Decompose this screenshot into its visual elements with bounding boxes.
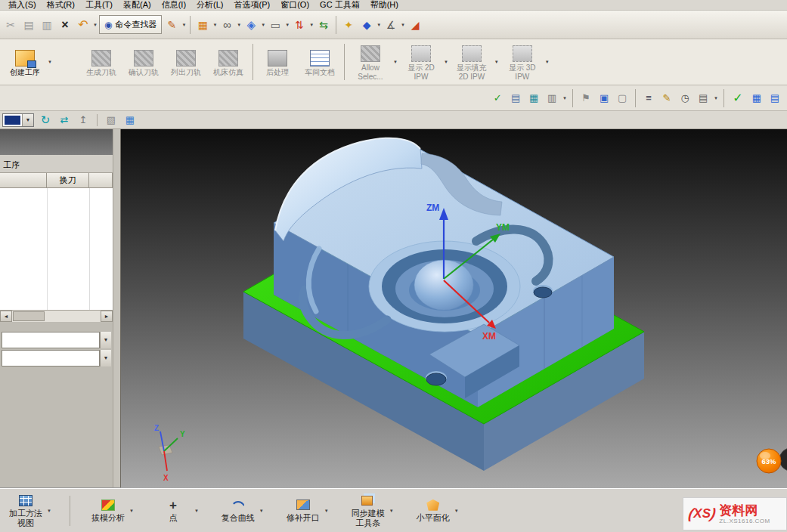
menu-window[interactable]: 窗口(O)	[275, 0, 314, 11]
show-hide-icon[interactable]: ∞	[218, 17, 235, 33]
sheet-dropdown[interactable]	[562, 96, 567, 101]
display-mode-icon[interactable]: ▭	[267, 17, 284, 33]
paste-icon[interactable]: ▥	[39, 17, 55, 33]
solid-body-icon[interactable]: ▦	[122, 113, 138, 128]
column-header-spare[interactable]	[89, 173, 113, 188]
table-view-icon[interactable]: ▤	[767, 91, 782, 106]
undo-dropdown[interactable]	[93, 23, 98, 27]
edit-list-icon[interactable]: ✎	[659, 91, 674, 106]
refresh-icon[interactable]: ↻	[38, 113, 53, 128]
key-icon[interactable]: ✦	[340, 17, 357, 33]
brush-icon[interactable]: ✎	[163, 17, 180, 33]
delete-icon[interactable]: ×	[57, 17, 73, 33]
patch-opening-button[interactable]: 修补开口	[284, 498, 323, 522]
grid-dropdown[interactable]	[212, 23, 217, 27]
menu-tools[interactable]: 工具(T)	[80, 0, 118, 11]
report-dropdown[interactable]	[714, 96, 718, 101]
list-toolpath-button[interactable]: 列出刀轨	[166, 48, 206, 76]
show-2d-ipw-dropdown[interactable]	[444, 60, 448, 64]
menu-preferences[interactable]: 首选项(P)	[229, 0, 276, 11]
approve-icon[interactable]: ✓	[730, 90, 746, 107]
report-icon[interactable]: ▤	[696, 91, 711, 106]
machining-method-view-button[interactable]: 加工方法视图	[6, 493, 45, 527]
selection-scope-combo[interactable]	[2, 113, 34, 127]
graphics-viewport[interactable]: ZM YM XM Z Y X	[121, 129, 787, 488]
allow-select-button[interactable]: AllowSelec...	[349, 43, 392, 80]
show-2d-ipw-button[interactable]: 显示 2DIPW	[399, 43, 443, 80]
combo-arrow[interactable]	[100, 350, 111, 367]
combo-arrow[interactable]	[22, 114, 33, 126]
menu-information[interactable]: 信息(I)	[156, 0, 191, 11]
facet-body-dropdown[interactable]	[454, 509, 459, 513]
grid-view-icon[interactable]: ▦	[749, 91, 764, 106]
synchronous-modeling-dropdown[interactable]	[389, 509, 394, 513]
undo-icon[interactable]: ↶	[75, 17, 91, 33]
scroll-right-button[interactable]	[101, 311, 113, 322]
combo-field[interactable]	[2, 350, 100, 367]
menu-analysis[interactable]: 分析(L)	[191, 0, 228, 11]
scrollbar-track[interactable]	[12, 311, 101, 322]
synchronous-modeling-button[interactable]: 同步建模工具条	[349, 493, 388, 527]
layers-icon[interactable]: ▦	[526, 91, 541, 106]
view-cube-dropdown[interactable]	[261, 23, 265, 27]
command-finder[interactable]: ◉ 命令查找器	[99, 15, 162, 34]
navigator-filter-combo-1[interactable]	[2, 332, 111, 348]
up-one-level-icon[interactable]: ↥	[76, 113, 91, 128]
swap-icon[interactable]: ⇄	[57, 113, 72, 128]
machine-simulation-button[interactable]: 机床仿真	[208, 48, 249, 76]
point-button[interactable]: + 点	[153, 498, 193, 522]
combo-arrow[interactable]	[100, 332, 111, 348]
navigator-filter-combo-2[interactable]	[2, 350, 111, 367]
body-filter-icon[interactable]: ▧	[104, 113, 119, 128]
verify-toolpath-button[interactable]: 确认刀轨	[123, 48, 164, 76]
diamond-snap-icon[interactable]: ◆	[358, 17, 375, 33]
create-operation-dropdown[interactable]	[48, 60, 52, 64]
snap-dropdown[interactable]	[376, 23, 381, 27]
column-header-name[interactable]	[0, 173, 47, 188]
draft-slope-icon[interactable]: ◢	[407, 17, 423, 33]
menu-format[interactable]: 格式(R)	[42, 0, 80, 11]
display-mode-dropdown[interactable]	[285, 23, 290, 27]
show-filled-2d-ipw-button[interactable]: 显示填充2D IPW	[450, 43, 494, 80]
measure-icon[interactable]: ∡	[383, 17, 399, 33]
facet-body-button[interactable]: 小平面化	[414, 498, 453, 522]
scrollbar-thumb[interactable]	[13, 311, 45, 321]
patch-opening-dropdown[interactable]	[324, 509, 329, 513]
column-header-tool-change[interactable]: 换刀	[47, 173, 89, 188]
menu-help[interactable]: 帮助(H)	[365, 0, 404, 11]
measure-dropdown[interactable]	[401, 23, 405, 27]
swap-view-icon[interactable]: ⇆	[315, 17, 332, 33]
orient-view-dropdown[interactable]	[309, 23, 314, 27]
show-filled-2d-ipw-dropdown[interactable]	[494, 60, 499, 64]
view-cube-icon[interactable]: ◈	[243, 17, 259, 33]
draft-analysis-dropdown[interactable]	[129, 509, 134, 513]
post-process-button[interactable]: 后处理	[257, 48, 298, 76]
show-hide-dropdown[interactable]	[237, 23, 241, 27]
menu-insert[interactable]: 插入(S)	[3, 0, 42, 11]
composite-curve-button[interactable]: 复合曲线	[218, 498, 258, 522]
check-geometry-icon[interactable]: ✓	[490, 91, 505, 106]
cut-icon[interactable]: ✂	[2, 17, 19, 33]
draft-analysis-button[interactable]: 拔模分析	[88, 498, 128, 522]
brush-dropdown[interactable]	[181, 23, 186, 27]
generate-toolpath-button[interactable]: 生成刀轨	[81, 48, 122, 76]
method-view-dropdown[interactable]	[47, 509, 51, 513]
blank-sheet-icon[interactable]: ▢	[615, 91, 630, 106]
viewport-canvas[interactable]: ZM YM XM Z Y X	[121, 129, 787, 488]
combo-field[interactable]	[2, 332, 100, 348]
show-3d-ipw-button[interactable]: 显示 3DIPW	[500, 43, 544, 80]
scroll-left-button[interactable]	[0, 311, 12, 322]
composite-curve-dropdown[interactable]	[259, 509, 264, 513]
show-3d-ipw-dropdown[interactable]	[545, 60, 550, 64]
menu-assemblies[interactable]: 装配(A)	[118, 0, 156, 11]
create-operation-button[interactable]: 创建工序	[3, 48, 47, 76]
navigator-tree-area[interactable]	[0, 188, 113, 310]
page-icon[interactable]: ▤	[508, 91, 523, 106]
list-icon[interactable]: ≡	[641, 91, 656, 106]
sheet-icon[interactable]: ▥	[544, 91, 559, 106]
point-dropdown[interactable]	[194, 509, 199, 513]
shop-documentation-button[interactable]: 车间文档	[299, 48, 340, 76]
copy-icon[interactable]: ▤	[20, 17, 37, 33]
flag-icon[interactable]: ⚑	[578, 91, 593, 106]
menu-gc-toolbox[interactable]: GC 工具箱	[314, 0, 365, 11]
